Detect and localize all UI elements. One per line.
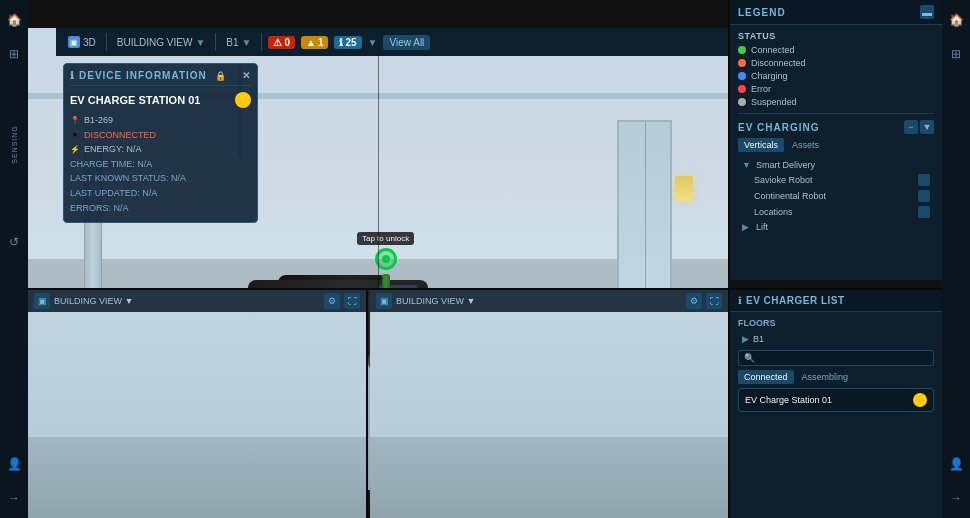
info-status: DISCONNECTED	[84, 129, 156, 142]
view-all-button[interactable]: View All	[383, 35, 430, 50]
tree-savioke-action[interactable]	[918, 174, 930, 186]
legend-dot	[738, 72, 746, 80]
tree-continental-label: Continental Robot	[754, 191, 826, 201]
info-last-updated: LAST UPDATED: N/A	[70, 187, 157, 200]
view-3d-button[interactable]: ▣ 3D	[64, 34, 100, 50]
info-location: B1-269	[84, 114, 113, 127]
floor-b1-arrow: ▶	[742, 334, 749, 344]
info-energy-row: ⚡ ENERGY: N/A	[70, 143, 251, 156]
floor-b1-item[interactable]: ▶ B1	[738, 332, 934, 346]
info-icon: ℹ	[70, 70, 75, 81]
bottom-left-viewport: ▣ BUILDING VIEW ▼ ⚙ ⛶	[28, 288, 368, 518]
tree-locations-action[interactable]	[918, 206, 930, 218]
legend-item: Charging	[738, 71, 934, 81]
station-ev-icon: ⚡	[235, 92, 251, 108]
bottom-right-scene: ▣ BUILDING VIEW ▼ ⚙ ⛶	[370, 290, 728, 518]
lock-icon: 🔒	[215, 71, 227, 81]
tab-connected[interactable]: Connected	[738, 370, 794, 384]
info-charge-time-label: CHARGE TIME: N/A	[70, 158, 152, 171]
station-header: EV CHARGE STATION 01 ⚡	[70, 92, 251, 108]
outer-left-panel: 🏠 ⊞ SENSING ↺ 👤 →	[0, 0, 28, 518]
toolbar-divider-3	[261, 33, 262, 51]
br-expand-icon[interactable]: ⛶	[706, 293, 722, 309]
legend-items-container: Connected Disconnected Charging Error Su…	[738, 45, 934, 107]
right-sidebar-home-icon[interactable]: 🏠	[946, 10, 966, 30]
bl-settings-icon[interactable]: ⚙	[324, 293, 340, 309]
tree-locations-label: Locations	[754, 207, 793, 217]
tree-arrow-icon: ▼	[742, 160, 752, 170]
ev-charging-dropdown-btn[interactable]: ▼	[920, 120, 934, 134]
bl-expand-icon[interactable]: ⛶	[344, 293, 360, 309]
info-alert-badge[interactable]: ℹ 25	[334, 36, 361, 49]
tab-verticals[interactable]: Verticals	[738, 138, 784, 152]
station-name: EV CHARGE STATION 01	[70, 94, 200, 106]
wall-light	[675, 176, 693, 201]
bl-3d-icon[interactable]: ▣	[34, 293, 50, 309]
device-info-title: ℹ DEVICE INFORMATION 🔒 ✕	[70, 70, 251, 86]
sidebar-sensing-label: SENSING	[4, 118, 24, 138]
ev-charging-controls: − ▼	[904, 120, 934, 134]
building-view-button[interactable]: BUILDING VIEW ▼	[113, 35, 209, 50]
legend-toggle-button[interactable]: ▬	[920, 5, 934, 19]
tab-assembling[interactable]: Assembling	[796, 370, 855, 384]
error-alert-badge[interactable]: ⚠ 0	[268, 36, 295, 49]
charger-ev-icon: ⚡	[913, 393, 927, 407]
legend-item-label: Connected	[751, 45, 795, 55]
right-sidebar-user-icon[interactable]: 👤	[946, 454, 966, 474]
charger-search-bar[interactable]: 🔍	[738, 350, 934, 366]
sidebar-grid-icon[interactable]: ⊞	[4, 44, 24, 64]
tree-smart-delivery-label: Smart Delivery	[756, 160, 815, 170]
info-errors: ERRORS: N/A	[70, 202, 129, 215]
tree-savioke[interactable]: Savioke Robot	[738, 172, 934, 188]
legend-dot	[738, 46, 746, 54]
right-sidebar-grid-icon[interactable]: ⊞	[946, 44, 966, 64]
charger-name: EV Charge Station 01	[745, 395, 832, 405]
legend-dot	[738, 98, 746, 106]
top-toolbar: ▣ 3D BUILDING VIEW ▼ B1 ▼ ⚠ 0 ▲ 1	[56, 28, 728, 56]
tree-smart-delivery[interactable]: ▼ Smart Delivery	[738, 158, 934, 172]
video-wall: 🏠 ⊞ SENSING ↺ 👤 → ▣ 3D BUILDING VIEW ▼	[0, 0, 970, 518]
sidebar-user-icon[interactable]: 👤	[4, 454, 24, 474]
info-charge-time-row: CHARGE TIME: N/A	[70, 158, 251, 171]
legend-divider	[738, 113, 934, 114]
ev-charger-list-panel: ℹ EV CHARGER LIST Floors ▶ B1 🔍 Connecte…	[728, 288, 942, 518]
info-errors-row: ERRORS: N/A	[70, 202, 251, 215]
legend-item: Error	[738, 84, 934, 94]
info-last-known: LAST KNOWN STATUS: N/A	[70, 172, 186, 185]
tree-lift-arrow: ▶	[742, 222, 752, 232]
tree-savioke-label: Savioke Robot	[754, 175, 813, 185]
search-icon: 🔍	[744, 353, 755, 363]
ev-charger-list-icon: ℹ	[738, 295, 742, 306]
warning-alert-badge[interactable]: ▲ 1	[301, 36, 328, 49]
info-location-row: 📍 B1-269	[70, 114, 251, 127]
info-status-row: ● DISCONNECTED	[70, 129, 251, 142]
ev-charge-station-01-item[interactable]: EV Charge Station 01 ⚡	[738, 388, 934, 412]
legend-item: Disconnected	[738, 58, 934, 68]
br-3d-icon[interactable]: ▣	[376, 293, 392, 309]
br-settings-icon[interactable]: ⚙	[686, 293, 702, 309]
tab-assets[interactable]: Assets	[786, 138, 825, 152]
tree-continental[interactable]: Continental Robot	[738, 188, 934, 204]
legend-status-title: STATUS	[738, 31, 934, 41]
legend-item: Connected	[738, 45, 934, 55]
tree-continental-action[interactable]	[918, 190, 930, 202]
floor-b1-label: B1	[753, 334, 764, 344]
legend-panel: LEGEND ▬ STATUS Connected Disconnected C…	[728, 0, 942, 280]
bottom-left-scene: ▣ BUILDING VIEW ▼ ⚙ ⛶	[28, 290, 366, 518]
toolbar-divider-2	[215, 33, 216, 51]
floor-selector[interactable]: B1 ▼	[222, 35, 255, 50]
sidebar-logout-icon[interactable]: →	[4, 488, 24, 508]
sidebar-refresh-icon[interactable]: ↺	[4, 232, 24, 252]
ev-charger-list-title: EV CHARGER LIST	[746, 295, 845, 306]
ev-charging-collapse-btn[interactable]: −	[904, 120, 918, 134]
tree-locations[interactable]: Locations	[738, 204, 934, 220]
tree-lift[interactable]: ▶ Lift	[738, 220, 934, 234]
ev-charger-list-content: Floors ▶ B1 🔍 Connected Assembling EV Ch…	[730, 312, 942, 418]
panel-close-button[interactable]: ✕	[242, 70, 251, 81]
right-sidebar-logout-icon[interactable]: →	[946, 488, 966, 508]
info-last-updated-row: LAST UPDATED: N/A	[70, 187, 251, 200]
charger-sub-tabs: Connected Assembling	[738, 370, 934, 384]
legend-dot	[738, 85, 746, 93]
sidebar-home-icon[interactable]: 🏠	[4, 10, 24, 30]
ev-tooltip: Tap to unlock	[357, 232, 414, 245]
